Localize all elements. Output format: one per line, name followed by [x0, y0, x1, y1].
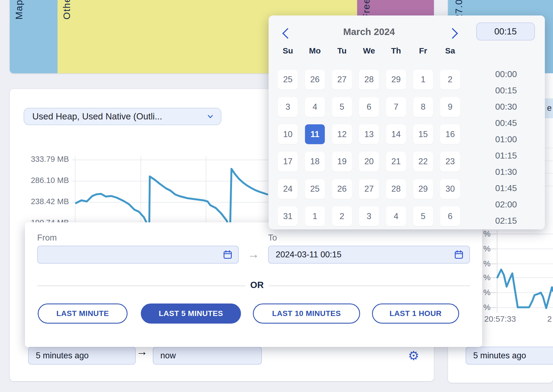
calendar-day[interactable]: 28 [386, 179, 406, 199]
y-axis-tick-label: 286.10 MB [16, 176, 69, 185]
calendar-icon[interactable] [223, 249, 233, 260]
time-option[interactable]: 00:45 [486, 115, 526, 131]
right-from-value: 5 minutes ago [473, 351, 526, 361]
weekday-label: Fr [409, 45, 437, 57]
series-select-value: Used Heap, Used Native (Outli... [32, 111, 162, 122]
calendar-day[interactable]: 3 [278, 97, 298, 117]
calendar-day[interactable]: 30 [440, 179, 460, 199]
calendar-day[interactable]: 19 [332, 152, 352, 172]
calendar-popup: March 2024 00:15 SuMoTuWeThFrSa 25262728… [269, 15, 545, 229]
weekday-label: Mo [301, 45, 329, 57]
calendar-day[interactable]: 1 [413, 70, 433, 90]
calendar-day[interactable]: 26 [332, 179, 352, 199]
bar-segment: Map [10, 0, 58, 73]
calendar-day[interactable]: 13 [359, 124, 379, 144]
time-option[interactable]: 00:00 [486, 66, 526, 82]
calendar-day[interactable]: 17 [278, 152, 298, 172]
calendar-day[interactable]: 4 [305, 97, 325, 117]
calendar-day[interactable]: 20 [359, 152, 379, 172]
time-option[interactable]: 02:15 [486, 213, 526, 229]
x-axis-tick-label: 20:57:33 [476, 314, 525, 324]
calendar-day[interactable]: 11 [305, 124, 325, 144]
previous-month-icon[interactable] [282, 28, 293, 39]
time-option[interactable]: 02:00 [486, 196, 526, 213]
right-from-input[interactable]: 5 minutes ago [466, 347, 553, 365]
calendar-day[interactable]: 28 [359, 70, 379, 90]
from-datetime-input[interactable] [37, 246, 239, 264]
calendar-day[interactable]: 25 [278, 70, 298, 90]
time-input[interactable]: 00:15 [476, 23, 535, 40]
time-option[interactable]: 00:15 [486, 82, 526, 99]
calendar-day[interactable]: 6 [359, 97, 379, 117]
x-axis-tick-label: 2 [525, 314, 553, 324]
weekday-label: Th [383, 45, 410, 57]
time-option[interactable]: 01:30 [486, 164, 526, 180]
calendar-day[interactable]: 21 [386, 152, 406, 172]
legend-row-text: e [547, 103, 552, 113]
weekday-label: We [355, 45, 383, 57]
calendar-day[interactable]: 26 [305, 70, 325, 90]
page: MapOtheFree 27.0 e 5 minutes ago Used He… [0, 0, 553, 392]
time-option[interactable]: 01:15 [486, 147, 526, 164]
from-quick-input[interactable]: 5 minutes ago [28, 347, 136, 365]
weekday-header: SuMoTuWeThFrSa [274, 45, 464, 57]
calendar-icon[interactable] [454, 249, 464, 260]
calendar-day[interactable]: 8 [413, 97, 433, 117]
calendar-day[interactable]: 27 [332, 70, 352, 90]
calendar-day[interactable]: 3 [359, 206, 379, 226]
calendar-day[interactable]: 2 [440, 70, 460, 90]
gear-icon[interactable]: ⚙ [404, 346, 423, 365]
calendar-day[interactable]: 4 [386, 206, 406, 226]
calendar-day[interactable]: 16 [440, 124, 460, 144]
calendar-grid: 2526272829123456789101112131415161718192… [274, 66, 464, 229]
calendar-day[interactable]: 15 [413, 124, 433, 144]
to-quick-input[interactable]: now [153, 347, 262, 365]
calendar-day[interactable]: 25 [305, 179, 325, 199]
weekday-label: Sa [437, 45, 464, 57]
time-option[interactable]: 01:00 [486, 131, 526, 147]
time-option-list: 00:0000:1500:3000:4501:0001:1501:3001:45… [486, 66, 526, 229]
divider [37, 286, 246, 286]
to-datetime-input[interactable]: 2024-03-11 00:15 [268, 246, 470, 264]
calendar-day[interactable]: 5 [332, 97, 352, 117]
series-select[interactable]: Used Heap, Used Native (Outli... [24, 108, 221, 125]
calendar-day[interactable]: 2 [332, 206, 352, 226]
calendar-day[interactable]: 10 [278, 124, 298, 144]
y-axis-tick-label: 238.42 MB [16, 197, 69, 206]
y-axis-tick-label: 333.79 MB [16, 155, 69, 164]
bar-segment-label: Othe [61, 0, 72, 20]
next-month-icon[interactable] [447, 28, 458, 39]
calendar-day[interactable]: 7 [386, 97, 406, 117]
quick-range-button[interactable]: LAST MINUTE [38, 304, 128, 324]
calendar-month-title: March 2024 [326, 26, 412, 37]
bar-segment-label: Map [14, 0, 24, 20]
calendar-day[interactable]: 29 [386, 70, 406, 90]
to-quick-value: now [160, 351, 176, 361]
arrow-right-icon: → [136, 345, 148, 358]
calendar-day[interactable]: 5 [413, 206, 433, 226]
arrow-right-icon: → [247, 247, 259, 261]
calendar-day[interactable]: 24 [278, 179, 298, 199]
calendar-day[interactable]: 18 [305, 152, 325, 172]
from-label: From [37, 233, 57, 243]
calendar-day[interactable]: 22 [413, 152, 433, 172]
weekday-label: Su [274, 45, 301, 57]
calendar-day[interactable]: 23 [440, 152, 460, 172]
calendar-day[interactable]: 14 [386, 124, 406, 144]
calendar-day[interactable]: 31 [278, 206, 298, 226]
time-option[interactable]: 01:45 [486, 180, 526, 196]
calendar-day[interactable]: 6 [440, 206, 460, 226]
or-label: OR [243, 280, 271, 290]
from-quick-value: 5 minutes ago [36, 351, 89, 361]
to-label: To [268, 233, 277, 243]
quick-range-button[interactable]: LAST 10 MINUTES [253, 304, 360, 324]
quick-range-button[interactable]: LAST 5 MINUTES [141, 304, 241, 324]
calendar-day[interactable]: 9 [440, 97, 460, 117]
time-range-popup: From To → 2024-03-11 00:15 OR LAST MINUT… [25, 222, 482, 347]
calendar-day[interactable]: 29 [413, 179, 433, 199]
calendar-day[interactable]: 1 [305, 206, 325, 226]
calendar-day[interactable]: 12 [332, 124, 352, 144]
calendar-day[interactable]: 27 [359, 179, 379, 199]
quick-range-button[interactable]: LAST 1 HOUR [372, 304, 459, 324]
time-option[interactable]: 00:30 [486, 99, 526, 115]
